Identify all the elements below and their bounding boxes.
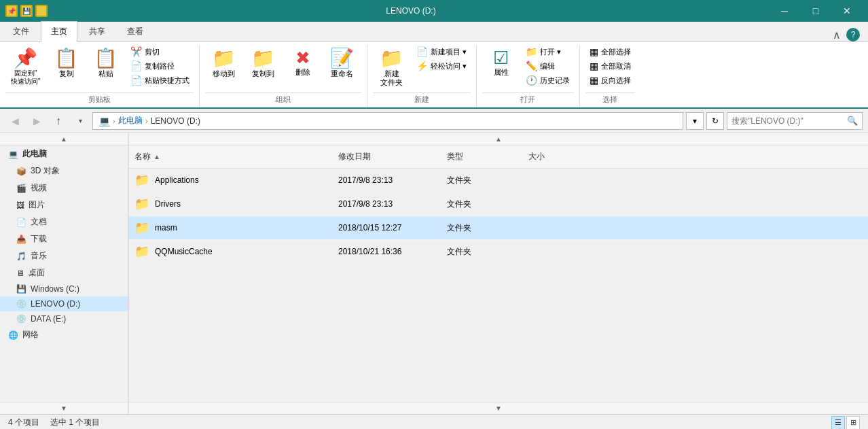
search-input[interactable] xyxy=(731,116,844,126)
size-drivers xyxy=(523,200,591,208)
recent-button[interactable]: ▾ xyxy=(71,111,90,131)
sidebar-item-winc[interactable]: 💾 Windows (C:) xyxy=(0,281,128,296)
sidebar-scroll-down[interactable]: ▼ xyxy=(0,402,128,414)
invertsel-button[interactable]: ▦ 反向选择 xyxy=(585,73,635,87)
tab-file[interactable]: 文件 xyxy=(3,21,39,41)
scissors-icon: ✂️ xyxy=(130,46,142,57)
open-label: 打开 xyxy=(482,92,574,107)
header-size[interactable]: 大小 xyxy=(523,148,591,165)
ribbon-collapse-icon[interactable]: ∧ xyxy=(833,29,841,41)
sidebar-item-3d[interactable]: 📦 3D 对象 xyxy=(0,162,128,179)
paste-label: 粘贴 xyxy=(98,69,113,78)
filelist-scroll-down[interactable]: ▼ xyxy=(129,402,868,414)
header-name[interactable]: 名称 ▲ xyxy=(129,148,333,165)
minimize-button[interactable]: ─ xyxy=(769,0,800,22)
copy-button[interactable]: 📋 复制 xyxy=(48,45,86,82)
forward-button[interactable]: ▶ xyxy=(27,111,46,131)
scissors-label: 剪切 xyxy=(145,47,160,57)
select-items: ▦ 全部选择 ▦ 全部取消 ▦ 反向选择 xyxy=(585,45,635,91)
tab-view[interactable]: 查看 xyxy=(117,21,153,41)
3d-label: 3D 对象 xyxy=(31,165,60,177)
header-type-label: 类型 xyxy=(447,151,463,162)
search-icon[interactable]: 🔍 xyxy=(847,116,858,126)
ribbon-group-organize: 📁 移动到 📁 复制到 ✖ 删除 📝 重命名 组织 xyxy=(200,45,367,107)
pasteshortcut-button[interactable]: 📄 粘贴快捷方式 xyxy=(126,73,194,87)
deselectall-label: 全部取消 xyxy=(601,61,631,71)
sidebar-item-thispc[interactable]: 💻 此电脑 xyxy=(0,145,128,162)
dropdown-button[interactable]: ▾ xyxy=(686,112,704,130)
up-button[interactable]: ↑ xyxy=(49,111,68,131)
network-label: 网络 xyxy=(22,329,39,341)
copyto-icon: 📁 xyxy=(251,49,275,68)
delete-label: 删除 xyxy=(295,68,310,77)
sidebar-scroll-up[interactable]: ▲ xyxy=(0,133,128,145)
deselectall-button[interactable]: ▦ 全部取消 xyxy=(585,59,635,73)
type-masm: 文件夹 xyxy=(441,218,523,238)
clipboard-items: 📌 固定到"快速访问" 📋 复制 📋 粘贴 ✂️ 剪切 📄 xyxy=(5,45,194,91)
filelist-scroll-up[interactable]: ▲ xyxy=(129,133,868,145)
view-detail-button[interactable]: ☰ xyxy=(831,416,845,429)
rename-button[interactable]: 📝 重命名 xyxy=(323,45,361,82)
paste-button[interactable]: 📋 粘贴 xyxy=(87,45,125,82)
header-type[interactable]: 类型 xyxy=(441,148,523,165)
refresh-button[interactable]: ↻ xyxy=(706,112,724,130)
editfile-button[interactable]: ✏️ 编辑 xyxy=(522,59,574,73)
moveto-button[interactable]: 📁 移动到 xyxy=(205,45,243,82)
back-button[interactable]: ◀ xyxy=(5,111,24,131)
pin-button[interactable]: 📌 固定到"快速访问" xyxy=(5,45,46,90)
sidebar-item-pictures[interactable]: 🖼 图片 xyxy=(0,196,128,213)
size-applications xyxy=(523,176,591,184)
breadcrumb-thispc[interactable]: 此电脑 xyxy=(118,115,143,126)
history-button[interactable]: 🕐 历史记录 xyxy=(522,73,574,87)
table-row[interactable]: 📁 Drivers 2017/9/8 23:13 文件夹 xyxy=(129,192,868,216)
help-icon[interactable]: ? xyxy=(846,28,860,41)
easyaccess-button[interactable]: ⚡ 轻松访问 ▾ xyxy=(412,59,471,73)
copyto-button[interactable]: 📁 复制到 xyxy=(245,45,283,82)
rename-label: 重命名 xyxy=(331,69,353,78)
sidebar-item-music[interactable]: 🎵 音乐 xyxy=(0,247,128,264)
rename-icon: 📝 xyxy=(330,49,354,68)
props-icon: ☑ xyxy=(493,49,509,67)
openfile-button[interactable]: 📁 打开 ▾ xyxy=(522,45,574,58)
video-icon: 🎬 xyxy=(16,184,26,193)
item-count: 4 个项目 xyxy=(8,417,39,428)
pasteshortcut-icon: 📄 xyxy=(130,75,142,86)
view-icons: ☰ ⊞ xyxy=(831,416,860,429)
table-row[interactable]: 📁 QQMusicCache 2018/10/21 16:36 文件夹 xyxy=(129,240,868,264)
copypath-button[interactable]: 📄 复制路径 xyxy=(126,59,194,73)
sidebar-item-datae[interactable]: 💿 DATA (E:) xyxy=(0,311,128,326)
downloads-label: 下载 xyxy=(31,233,47,245)
editfile-icon: ✏️ xyxy=(526,61,537,71)
sidebar-item-documents[interactable]: 📄 文档 xyxy=(0,213,128,230)
copy-icon: 📋 xyxy=(54,49,78,68)
filename-qqmusiccache: QQMusicCache xyxy=(155,247,213,256)
delete-button[interactable]: ✖ 删除 xyxy=(284,45,322,81)
sidebar-item-video[interactable]: 🎬 视频 xyxy=(0,179,128,196)
filelist-header: 名称 ▲ 修改日期 类型 大小 xyxy=(129,145,868,169)
maximize-button[interactable]: □ xyxy=(800,0,831,22)
ribbon: 📌 固定到"快速访问" 📋 复制 📋 粘贴 ✂️ 剪切 📄 xyxy=(0,42,868,109)
sidebar-item-desktop[interactable]: 🖥 桌面 xyxy=(0,264,128,281)
tab-share[interactable]: 共享 xyxy=(79,21,115,41)
props-button[interactable]: ☑ 属性 xyxy=(482,45,520,81)
lenovod-icon: 💿 xyxy=(16,299,26,309)
tab-home[interactable]: 主页 xyxy=(41,21,77,42)
newitem-button[interactable]: 📄 新建项目 ▾ xyxy=(412,45,471,58)
folder-icon: 📁 xyxy=(134,196,149,211)
sidebar-item-lenovod[interactable]: 💿 LENOVO (D:) xyxy=(0,296,128,311)
close-button[interactable]: ✕ xyxy=(831,0,863,22)
thispc-icon: 💻 xyxy=(8,150,18,159)
table-row[interactable]: 📁 masm 2018/10/15 12:27 文件夹 xyxy=(129,216,868,240)
pictures-icon: 🖼 xyxy=(16,201,24,210)
newfolder-button[interactable]: 📁 新建文件夹 xyxy=(373,45,411,91)
table-row[interactable]: 📁 Applications 2017/9/8 23:13 文件夹 xyxy=(129,169,868,192)
filename-drivers: Drivers xyxy=(155,199,181,209)
main-area: ▲ 💻 此电脑 📦 3D 对象 🎬 视频 🖼 图片 xyxy=(0,133,868,414)
newfolder-label: 新建文件夹 xyxy=(380,69,403,87)
scissors-button[interactable]: ✂️ 剪切 xyxy=(126,45,194,58)
header-date[interactable]: 修改日期 xyxy=(333,148,441,165)
view-large-button[interactable]: ⊞ xyxy=(846,416,860,429)
sidebar-item-network[interactable]: 🌐 网络 xyxy=(0,326,128,343)
selectall-button[interactable]: ▦ 全部选择 xyxy=(585,45,635,58)
sidebar-item-downloads[interactable]: 📥 下载 xyxy=(0,230,128,247)
